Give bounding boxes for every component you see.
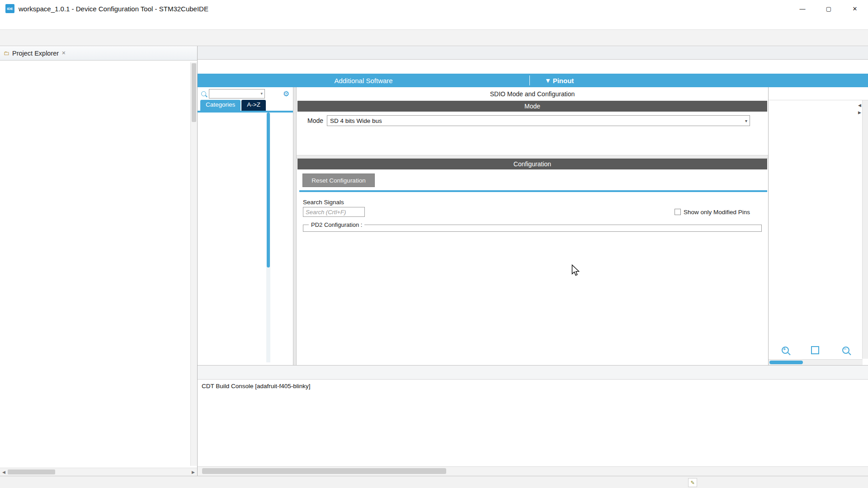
search-signals-label: Search Signals bbox=[303, 199, 768, 206]
project-explorer-icon: 🗀 bbox=[4, 50, 9, 56]
project-explorer-tab[interactable]: 🗀 Project Explorer ✕ bbox=[4, 50, 69, 57]
editor-horizontal-scrollbar[interactable] bbox=[198, 466, 868, 476]
editor-area: Additional Software ▾ Pinout ▾ ⚙ bbox=[198, 46, 868, 476]
pinout-horizontal-scrollbar[interactable] bbox=[769, 359, 863, 365]
mode-section-bar: Mode bbox=[297, 101, 767, 112]
minimize-button[interactable]: — bbox=[789, 0, 816, 17]
pinout-canvas: ◀ ▶ + − bbox=[769, 100, 868, 365]
main-toolbar bbox=[0, 29, 868, 46]
project-explorer-panel: 🗀 Project Explorer ✕ ◀ ▶ bbox=[0, 46, 198, 476]
sdio-config-panel: SDIO Mode and Configuration Mode Mode SD… bbox=[297, 87, 769, 365]
peripheral-list-scrollbar[interactable] bbox=[266, 113, 270, 362]
search-icon bbox=[201, 91, 206, 96]
menu-bar bbox=[0, 17, 868, 29]
app-icon: IDE bbox=[5, 4, 14, 13]
pd2-configuration-legend: PD2 Configuration : bbox=[309, 221, 364, 228]
console-title: CDT Build Console [adafruit-f405-blinky] bbox=[202, 383, 868, 389]
ioc-nav-tabs bbox=[198, 60, 868, 74]
pinout-menu-button[interactable]: ▾ Pinout bbox=[546, 76, 574, 84]
close-view-icon[interactable]: ✕ bbox=[61, 50, 66, 56]
ioc-sub-bar: Additional Software ▾ Pinout bbox=[198, 74, 868, 87]
scroll-right-icon[interactable]: ▶ bbox=[189, 470, 197, 474]
pinout-view-panel: ◀ ▶ + − bbox=[769, 87, 868, 365]
zoom-out-button[interactable]: − bbox=[841, 345, 851, 355]
pd2-configuration-group: PD2 Configuration : bbox=[303, 225, 762, 232]
show-modified-pins-option[interactable]: Show only Modified Pins bbox=[675, 209, 750, 216]
best-fit-button[interactable] bbox=[810, 345, 820, 355]
explorer-horizontal-scrollbar[interactable]: ◀ ▶ bbox=[0, 468, 197, 476]
show-modified-checkbox[interactable] bbox=[675, 209, 681, 215]
gear-icon[interactable]: ⚙ bbox=[283, 89, 289, 98]
stm32cubeide-window: IDE workspace_1.0.1 - Device Configurati… bbox=[0, 0, 868, 488]
status-icon: ✎ bbox=[688, 478, 697, 487]
chevron-down-icon: ▾ bbox=[546, 76, 550, 84]
zoom-in-button[interactable]: + bbox=[780, 345, 790, 355]
project-explorer-header: 🗀 Project Explorer ✕ bbox=[0, 46, 197, 61]
chevron-down-icon: ▾ bbox=[745, 118, 747, 123]
search-signals-input[interactable] bbox=[303, 207, 365, 217]
scroll-left-icon[interactable]: ◀ bbox=[858, 103, 861, 108]
peripherals-panel: ▾ ⚙ Categories A->Z bbox=[198, 87, 293, 365]
sdio-panel-title: SDIO Mode and Configuration bbox=[297, 87, 768, 101]
tab-a-to-z[interactable]: A->Z bbox=[241, 100, 266, 111]
ioc-editor: Additional Software ▾ Pinout ▾ ⚙ bbox=[198, 60, 868, 365]
mode-label: Mode bbox=[307, 117, 323, 124]
peripheral-list bbox=[198, 113, 293, 365]
configuration-section-bar: Configuration bbox=[297, 159, 767, 169]
close-button[interactable]: ✕ bbox=[842, 0, 868, 17]
pinout-vertical-scrollbar[interactable] bbox=[862, 100, 868, 359]
scroll-left-icon[interactable]: ◀ bbox=[0, 470, 8, 474]
project-explorer-title: Project Explorer bbox=[12, 50, 59, 57]
explorer-vertical-scrollbar[interactable] bbox=[190, 62, 197, 466]
additional-software-button[interactable]: Additional Software bbox=[198, 77, 529, 84]
scroll-right-icon[interactable]: ▶ bbox=[858, 110, 861, 115]
mouse-cursor bbox=[571, 264, 580, 276]
project-tree bbox=[0, 61, 197, 476]
window-title: workspace_1.0.1 - Device Configuration T… bbox=[19, 5, 789, 13]
mode-select[interactable]: SD 4 bits Wide bus ▾ bbox=[327, 115, 750, 126]
tab-categories[interactable]: Categories bbox=[200, 100, 241, 111]
status-bar: ✎ bbox=[0, 476, 868, 488]
title-bar: IDE workspace_1.0.1 - Device Configurati… bbox=[0, 0, 868, 17]
peripheral-search-combo[interactable]: ▾ bbox=[209, 89, 265, 99]
panel-sash[interactable] bbox=[293, 87, 297, 365]
maximize-button[interactable]: ▢ bbox=[816, 0, 842, 17]
reset-configuration-button[interactable]: Reset Configuration bbox=[302, 174, 375, 187]
editor-tab-bar bbox=[198, 46, 868, 60]
console-view: CDT Build Console [adafruit-f405-blinky] bbox=[198, 365, 868, 466]
